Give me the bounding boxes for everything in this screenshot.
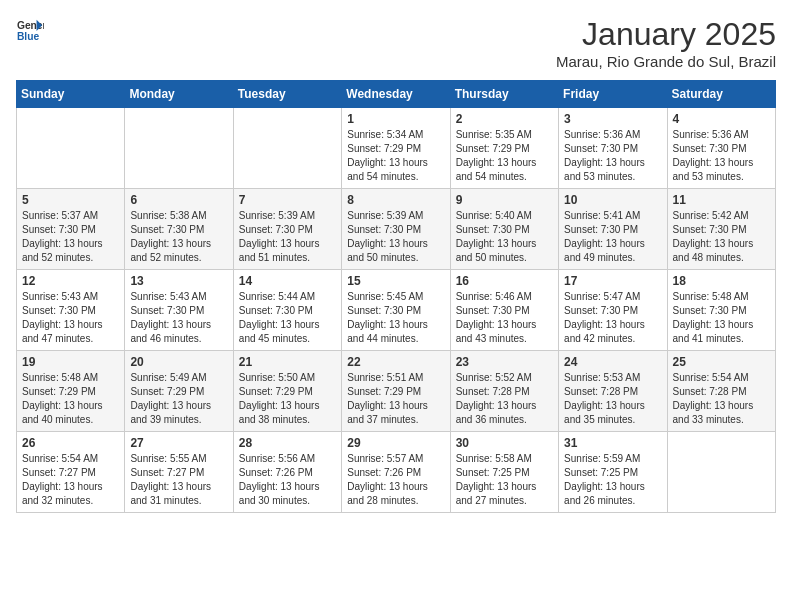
day-number: 16: [456, 274, 553, 288]
day-header-sunday: Sunday: [17, 81, 125, 108]
calendar-cell: 25Sunrise: 5:54 AM Sunset: 7:28 PM Dayli…: [667, 351, 775, 432]
calendar-cell: 5Sunrise: 5:37 AM Sunset: 7:30 PM Daylig…: [17, 189, 125, 270]
calendar-cell: 18Sunrise: 5:48 AM Sunset: 7:30 PM Dayli…: [667, 270, 775, 351]
day-number: 12: [22, 274, 119, 288]
calendar-cell: 2Sunrise: 5:35 AM Sunset: 7:29 PM Daylig…: [450, 108, 558, 189]
day-info: Sunrise: 5:36 AM Sunset: 7:30 PM Dayligh…: [673, 128, 770, 184]
month-title: January 2025: [556, 16, 776, 53]
day-number: 5: [22, 193, 119, 207]
day-info: Sunrise: 5:48 AM Sunset: 7:29 PM Dayligh…: [22, 371, 119, 427]
day-info: Sunrise: 5:46 AM Sunset: 7:30 PM Dayligh…: [456, 290, 553, 346]
calendar-cell: 29Sunrise: 5:57 AM Sunset: 7:26 PM Dayli…: [342, 432, 450, 513]
calendar-cell: 21Sunrise: 5:50 AM Sunset: 7:29 PM Dayli…: [233, 351, 341, 432]
calendar-cell: 27Sunrise: 5:55 AM Sunset: 7:27 PM Dayli…: [125, 432, 233, 513]
day-number: 24: [564, 355, 661, 369]
calendar-cell: 19Sunrise: 5:48 AM Sunset: 7:29 PM Dayli…: [17, 351, 125, 432]
day-info: Sunrise: 5:47 AM Sunset: 7:30 PM Dayligh…: [564, 290, 661, 346]
calendar-table: SundayMondayTuesdayWednesdayThursdayFrid…: [16, 80, 776, 513]
calendar-cell: 13Sunrise: 5:43 AM Sunset: 7:30 PM Dayli…: [125, 270, 233, 351]
calendar-cell: 17Sunrise: 5:47 AM Sunset: 7:30 PM Dayli…: [559, 270, 667, 351]
day-number: 11: [673, 193, 770, 207]
day-info: Sunrise: 5:34 AM Sunset: 7:29 PM Dayligh…: [347, 128, 444, 184]
calendar-cell: 26Sunrise: 5:54 AM Sunset: 7:27 PM Dayli…: [17, 432, 125, 513]
calendar-cell: 7Sunrise: 5:39 AM Sunset: 7:30 PM Daylig…: [233, 189, 341, 270]
calendar-cell: 15Sunrise: 5:45 AM Sunset: 7:30 PM Dayli…: [342, 270, 450, 351]
day-info: Sunrise: 5:59 AM Sunset: 7:25 PM Dayligh…: [564, 452, 661, 508]
day-info: Sunrise: 5:53 AM Sunset: 7:28 PM Dayligh…: [564, 371, 661, 427]
calendar-cell: 30Sunrise: 5:58 AM Sunset: 7:25 PM Dayli…: [450, 432, 558, 513]
day-info: Sunrise: 5:54 AM Sunset: 7:27 PM Dayligh…: [22, 452, 119, 508]
day-number: 8: [347, 193, 444, 207]
day-number: 31: [564, 436, 661, 450]
day-info: Sunrise: 5:43 AM Sunset: 7:30 PM Dayligh…: [22, 290, 119, 346]
day-info: Sunrise: 5:41 AM Sunset: 7:30 PM Dayligh…: [564, 209, 661, 265]
day-info: Sunrise: 5:38 AM Sunset: 7:30 PM Dayligh…: [130, 209, 227, 265]
day-info: Sunrise: 5:55 AM Sunset: 7:27 PM Dayligh…: [130, 452, 227, 508]
location-title: Marau, Rio Grande do Sul, Brazil: [556, 53, 776, 70]
day-info: Sunrise: 5:36 AM Sunset: 7:30 PM Dayligh…: [564, 128, 661, 184]
calendar-cell: 16Sunrise: 5:46 AM Sunset: 7:30 PM Dayli…: [450, 270, 558, 351]
day-info: Sunrise: 5:58 AM Sunset: 7:25 PM Dayligh…: [456, 452, 553, 508]
day-number: 14: [239, 274, 336, 288]
calendar-cell: [667, 432, 775, 513]
day-number: 27: [130, 436, 227, 450]
day-info: Sunrise: 5:51 AM Sunset: 7:29 PM Dayligh…: [347, 371, 444, 427]
calendar-cell: 23Sunrise: 5:52 AM Sunset: 7:28 PM Dayli…: [450, 351, 558, 432]
day-header-tuesday: Tuesday: [233, 81, 341, 108]
calendar-cell: 8Sunrise: 5:39 AM Sunset: 7:30 PM Daylig…: [342, 189, 450, 270]
day-number: 13: [130, 274, 227, 288]
day-number: 1: [347, 112, 444, 126]
day-info: Sunrise: 5:57 AM Sunset: 7:26 PM Dayligh…: [347, 452, 444, 508]
day-number: 17: [564, 274, 661, 288]
day-number: 22: [347, 355, 444, 369]
day-number: 25: [673, 355, 770, 369]
day-number: 15: [347, 274, 444, 288]
day-header-saturday: Saturday: [667, 81, 775, 108]
calendar-cell: 4Sunrise: 5:36 AM Sunset: 7:30 PM Daylig…: [667, 108, 775, 189]
day-number: 23: [456, 355, 553, 369]
calendar-cell: [233, 108, 341, 189]
day-number: 18: [673, 274, 770, 288]
page-header: General Blue January 2025 Marau, Rio Gra…: [16, 16, 776, 70]
day-number: 4: [673, 112, 770, 126]
day-number: 26: [22, 436, 119, 450]
calendar-cell: 10Sunrise: 5:41 AM Sunset: 7:30 PM Dayli…: [559, 189, 667, 270]
day-number: 9: [456, 193, 553, 207]
day-header-friday: Friday: [559, 81, 667, 108]
day-info: Sunrise: 5:45 AM Sunset: 7:30 PM Dayligh…: [347, 290, 444, 346]
day-info: Sunrise: 5:44 AM Sunset: 7:30 PM Dayligh…: [239, 290, 336, 346]
day-number: 28: [239, 436, 336, 450]
day-info: Sunrise: 5:50 AM Sunset: 7:29 PM Dayligh…: [239, 371, 336, 427]
calendar-cell: 22Sunrise: 5:51 AM Sunset: 7:29 PM Dayli…: [342, 351, 450, 432]
day-info: Sunrise: 5:39 AM Sunset: 7:30 PM Dayligh…: [239, 209, 336, 265]
calendar-cell: 11Sunrise: 5:42 AM Sunset: 7:30 PM Dayli…: [667, 189, 775, 270]
day-header-monday: Monday: [125, 81, 233, 108]
day-number: 2: [456, 112, 553, 126]
day-number: 30: [456, 436, 553, 450]
day-number: 29: [347, 436, 444, 450]
day-info: Sunrise: 5:49 AM Sunset: 7:29 PM Dayligh…: [130, 371, 227, 427]
calendar-cell: 1Sunrise: 5:34 AM Sunset: 7:29 PM Daylig…: [342, 108, 450, 189]
day-info: Sunrise: 5:54 AM Sunset: 7:28 PM Dayligh…: [673, 371, 770, 427]
calendar-cell: 28Sunrise: 5:56 AM Sunset: 7:26 PM Dayli…: [233, 432, 341, 513]
day-info: Sunrise: 5:40 AM Sunset: 7:30 PM Dayligh…: [456, 209, 553, 265]
calendar-cell: 6Sunrise: 5:38 AM Sunset: 7:30 PM Daylig…: [125, 189, 233, 270]
day-number: 10: [564, 193, 661, 207]
calendar-cell: [125, 108, 233, 189]
calendar-cell: 20Sunrise: 5:49 AM Sunset: 7:29 PM Dayli…: [125, 351, 233, 432]
calendar-cell: 9Sunrise: 5:40 AM Sunset: 7:30 PM Daylig…: [450, 189, 558, 270]
day-info: Sunrise: 5:52 AM Sunset: 7:28 PM Dayligh…: [456, 371, 553, 427]
day-number: 19: [22, 355, 119, 369]
day-info: Sunrise: 5:42 AM Sunset: 7:30 PM Dayligh…: [673, 209, 770, 265]
day-number: 3: [564, 112, 661, 126]
day-header-thursday: Thursday: [450, 81, 558, 108]
day-info: Sunrise: 5:56 AM Sunset: 7:26 PM Dayligh…: [239, 452, 336, 508]
logo: General Blue: [16, 16, 44, 44]
day-number: 21: [239, 355, 336, 369]
calendar-cell: 31Sunrise: 5:59 AM Sunset: 7:25 PM Dayli…: [559, 432, 667, 513]
calendar-cell: 24Sunrise: 5:53 AM Sunset: 7:28 PM Dayli…: [559, 351, 667, 432]
day-info: Sunrise: 5:35 AM Sunset: 7:29 PM Dayligh…: [456, 128, 553, 184]
calendar-cell: 12Sunrise: 5:43 AM Sunset: 7:30 PM Dayli…: [17, 270, 125, 351]
logo-icon: General Blue: [16, 16, 44, 44]
day-number: 6: [130, 193, 227, 207]
